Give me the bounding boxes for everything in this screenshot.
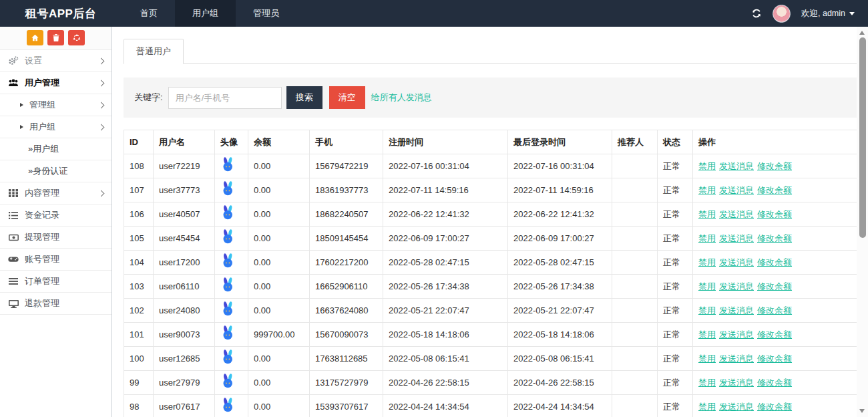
action-link[interactable]: 修改余额 (757, 233, 792, 243)
action-link[interactable]: 修改余额 (757, 305, 792, 315)
action-link[interactable]: 发送消息 (719, 329, 754, 339)
cell-id: 99 (124, 371, 154, 395)
sidebar-item-order-management[interactable]: 订单管理 (0, 271, 112, 293)
refresh-icon[interactable] (751, 8, 762, 19)
action-link[interactable]: 禁用 (698, 281, 716, 291)
scrollbar-thumb[interactable] (859, 37, 866, 238)
action-link[interactable]: 发送消息 (719, 209, 754, 219)
action-link[interactable]: 禁用 (698, 257, 716, 267)
gears-icon (8, 56, 19, 65)
table-row: 103 user06110 0.00 16652906110 2022-05-2… (124, 275, 857, 299)
action-link[interactable]: 禁用 (698, 378, 716, 388)
sidebar-item-user-management[interactable]: 用户管理 (0, 72, 112, 94)
recycle-button[interactable] (68, 30, 85, 45)
cell-last-login: 2022-05-28 02:47:15 (508, 251, 612, 275)
sidebar-item-account-management[interactable]: 账号管理 (0, 249, 112, 271)
cell-balance: 0.00 (248, 371, 310, 395)
action-link[interactable]: 发送消息 (719, 402, 754, 412)
cell-status: 正常 (658, 275, 693, 299)
action-link[interactable]: 修改余额 (757, 257, 792, 267)
action-link[interactable]: 发送消息 (719, 378, 754, 388)
action-link[interactable]: 发送消息 (719, 281, 754, 291)
keyword-input[interactable] (168, 87, 282, 109)
cell-username: user17200 (154, 251, 215, 275)
search-button[interactable]: 搜索 (286, 86, 322, 109)
action-link[interactable]: 修改余额 (757, 378, 792, 388)
cell-registered: 2022-05-18 14:18:06 (383, 323, 508, 347)
cell-id: 107 (124, 178, 154, 202)
scroll-down-arrow[interactable] (859, 409, 865, 413)
trash-button[interactable] (47, 30, 64, 45)
sidebar-item-fund-records[interactable]: 资金记录 (0, 204, 112, 227)
action-link[interactable]: 禁用 (698, 329, 716, 339)
action-link[interactable]: 发送消息 (719, 354, 754, 364)
action-link[interactable]: 修改余额 (757, 161, 792, 171)
vertical-scrollbar[interactable] (857, 27, 868, 417)
cell-registered: 2022-06-22 12:41:32 (383, 202, 508, 227)
action-link[interactable]: 禁用 (698, 209, 716, 219)
action-link[interactable]: 禁用 (698, 233, 716, 243)
cell-status: 正常 (658, 154, 693, 178)
action-link[interactable]: 禁用 (698, 161, 716, 171)
sidebar-item-refund-management[interactable]: 退款管理 (0, 293, 112, 315)
nav-item-user-group[interactable]: 用户组 (175, 0, 236, 27)
column-header: 操作 (693, 130, 857, 154)
users-icon (8, 78, 19, 88)
action-link[interactable]: 发送消息 (719, 161, 754, 171)
sidebar-item-user-group[interactable]: 用户组 (0, 116, 112, 138)
sidebar-item-label: 用户组 (29, 121, 55, 133)
main-content: 普通用户 关键字: 搜索 清空 给所有人发消息 ID用户名头像余额手机注册时间最… (112, 27, 868, 417)
cell-id: 98 (124, 395, 154, 417)
action-link[interactable]: 禁用 (698, 305, 716, 315)
sidebar-item-settings[interactable]: 设置 (0, 50, 112, 72)
table-row: 104 user17200 0.00 17602217200 2022-05-2… (124, 251, 857, 275)
action-link[interactable]: 修改余额 (757, 281, 792, 291)
home-button[interactable] (27, 30, 43, 45)
sidebar-item-label: »身份认证 (28, 165, 67, 177)
cell-status: 正常 (658, 299, 693, 323)
action-link[interactable]: 发送消息 (719, 305, 754, 315)
user-avatar[interactable] (773, 5, 791, 23)
app-brand[interactable]: 租号APP后台 (0, 6, 112, 21)
cell-registered: 2022-05-26 17:34:38 (383, 275, 508, 299)
cell-referrer (612, 202, 658, 227)
action-link[interactable]: 修改余额 (757, 354, 792, 364)
sidebar-item-label: »用户组 (28, 143, 59, 155)
action-link[interactable]: 发送消息 (719, 185, 754, 195)
money-icon (8, 233, 19, 242)
rabbit-avatar-icon (220, 253, 236, 269)
scroll-up-arrow[interactable] (859, 31, 865, 35)
welcome-dropdown[interactable]: 欢迎, admin (801, 8, 855, 19)
monitor-icon (8, 299, 19, 308)
sidebar-item-label: 内容管理 (25, 187, 59, 199)
sidebar-item-user-group-list[interactable]: »用户组 (0, 138, 112, 160)
action-link[interactable]: 修改余额 (757, 185, 792, 195)
cell-referrer (612, 347, 658, 371)
sidebar-item-admin-group[interactable]: 管理组 (0, 94, 112, 116)
broadcast-message-link[interactable]: 给所有人发消息 (371, 92, 432, 104)
table-row: 98 user07617 0.00 15393707617 2022-04-24… (124, 395, 857, 417)
sidebar-item-withdrawal-management[interactable]: 提现管理 (0, 227, 112, 249)
action-link[interactable]: 发送消息 (719, 257, 754, 267)
nav-item-home[interactable]: 首页 (123, 0, 175, 27)
row-actions: 禁用发送消息修改余额 (693, 395, 857, 417)
nav-item-admin[interactable]: 管理员 (236, 0, 296, 27)
action-link[interactable]: 修改余额 (757, 402, 792, 412)
action-link[interactable]: 修改余额 (757, 329, 792, 339)
sidebar-item-label: 资金记录 (25, 209, 59, 221)
action-link[interactable]: 修改余额 (757, 209, 792, 219)
caret-right-icon (20, 125, 23, 129)
sidebar-item-content-management[interactable]: 内容管理 (0, 182, 112, 204)
action-link[interactable]: 禁用 (698, 402, 716, 412)
tab-normal-users[interactable]: 普通用户 (124, 39, 184, 64)
recycle-icon (73, 33, 81, 41)
table-row: 107 user37773 0.00 18361937773 2022-07-1… (124, 178, 857, 202)
action-link[interactable]: 发送消息 (719, 233, 754, 243)
cell-username: user37773 (154, 178, 215, 202)
cell-last-login: 2022-06-22 12:41:32 (508, 202, 612, 227)
sidebar-item-identity-verification[interactable]: »身份认证 (0, 160, 112, 182)
action-link[interactable]: 禁用 (698, 185, 716, 195)
clear-button[interactable]: 清空 (329, 86, 365, 109)
cell-avatar (215, 299, 248, 323)
action-link[interactable]: 禁用 (698, 354, 716, 364)
